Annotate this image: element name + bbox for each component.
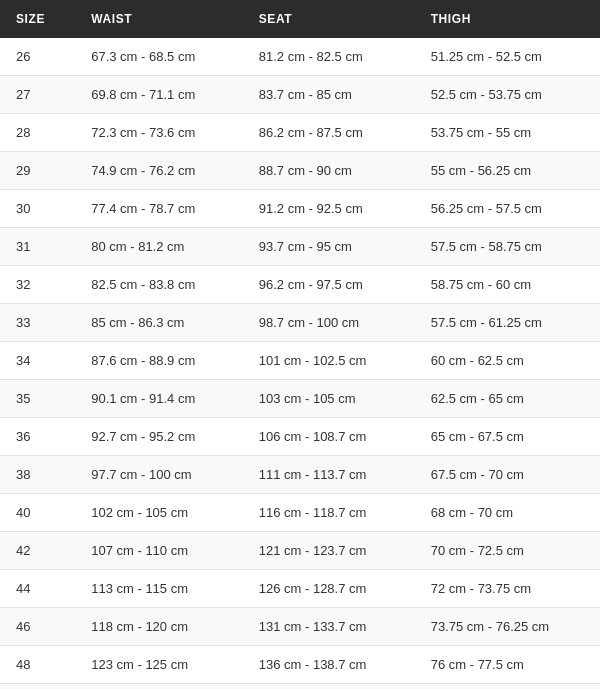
cell-waist: 102 cm - 105 cm: [75, 494, 243, 532]
cell-size: 35: [0, 380, 75, 418]
cell-size: 50: [0, 684, 75, 690]
cell-seat: 81.2 cm - 82.5 cm: [243, 38, 415, 76]
cell-seat: 96.2 cm - 97.5 cm: [243, 266, 415, 304]
table-row: 3385 cm - 86.3 cm98.7 cm - 100 cm57.5 cm…: [0, 304, 600, 342]
table-row: 44113 cm - 115 cm126 cm - 128.7 cm72 cm …: [0, 570, 600, 608]
cell-seat: 136 cm - 138.7 cm: [243, 646, 415, 684]
cell-size: 36: [0, 418, 75, 456]
cell-thigh: 52.5 cm - 53.75 cm: [415, 76, 600, 114]
cell-size: 26: [0, 38, 75, 76]
header-thigh: THIGH: [415, 0, 600, 38]
table-row: 2769.8 cm - 71.1 cm83.7 cm - 85 cm52.5 c…: [0, 76, 600, 114]
cell-seat: 141 cm - 143.7 cm: [243, 684, 415, 690]
cell-seat: 83.7 cm - 85 cm: [243, 76, 415, 114]
cell-thigh: 72 cm - 73.75 cm: [415, 570, 600, 608]
cell-thigh: 53.75 cm - 55 cm: [415, 114, 600, 152]
cell-waist: 107 cm - 110 cm: [75, 532, 243, 570]
cell-thigh: 73.75 cm - 76.25 cm: [415, 608, 600, 646]
cell-thigh: 67.5 cm - 70 cm: [415, 456, 600, 494]
table-row: 3077.4 cm - 78.7 cm91.2 cm - 92.5 cm56.2…: [0, 190, 600, 228]
cell-size: 33: [0, 304, 75, 342]
cell-thigh: 65 cm - 67.5 cm: [415, 418, 600, 456]
cell-waist: 118 cm - 120 cm: [75, 608, 243, 646]
cell-thigh: 70 cm - 72.5 cm: [415, 532, 600, 570]
cell-thigh: 55 cm - 56.25 cm: [415, 152, 600, 190]
cell-waist: 77.4 cm - 78.7 cm: [75, 190, 243, 228]
table-row: 3590.1 cm - 91.4 cm103 cm - 105 cm62.5 c…: [0, 380, 600, 418]
cell-waist: 67.3 cm - 68.5 cm: [75, 38, 243, 76]
cell-size: 48: [0, 646, 75, 684]
cell-waist: 85 cm - 86.3 cm: [75, 304, 243, 342]
header-waist: WAIST: [75, 0, 243, 38]
cell-seat: 98.7 cm - 100 cm: [243, 304, 415, 342]
header-seat: SEAT: [243, 0, 415, 38]
cell-waist: 87.6 cm - 88.9 cm: [75, 342, 243, 380]
table-row: 3487.6 cm - 88.9 cm101 cm - 102.5 cm60 c…: [0, 342, 600, 380]
cell-waist: 80 cm - 81.2 cm: [75, 228, 243, 266]
table-row: 2974.9 cm - 76.2 cm88.7 cm - 90 cm55 cm …: [0, 152, 600, 190]
cell-size: 38: [0, 456, 75, 494]
cell-thigh: 57.5 cm - 61.25 cm: [415, 304, 600, 342]
cell-waist: 97.7 cm - 100 cm: [75, 456, 243, 494]
cell-thigh: 57.5 cm - 58.75 cm: [415, 228, 600, 266]
cell-size: 44: [0, 570, 75, 608]
cell-seat: 86.2 cm - 87.5 cm: [243, 114, 415, 152]
cell-waist: 74.9 cm - 76.2 cm: [75, 152, 243, 190]
cell-thigh: 56.25 cm - 57.5 cm: [415, 190, 600, 228]
table-row: 42107 cm - 110 cm121 cm - 123.7 cm70 cm …: [0, 532, 600, 570]
table-row: 2667.3 cm - 68.5 cm81.2 cm - 82.5 cm51.2…: [0, 38, 600, 76]
table-row: 50128 cm - 130 cm141 cm - 143.7 cm77.5 c…: [0, 684, 600, 690]
cell-size: 40: [0, 494, 75, 532]
table-body: 2667.3 cm - 68.5 cm81.2 cm - 82.5 cm51.2…: [0, 38, 600, 689]
cell-seat: 91.2 cm - 92.5 cm: [243, 190, 415, 228]
cell-waist: 69.8 cm - 71.1 cm: [75, 76, 243, 114]
cell-seat: 126 cm - 128.7 cm: [243, 570, 415, 608]
cell-seat: 116 cm - 118.7 cm: [243, 494, 415, 532]
cell-thigh: 60 cm - 62.5 cm: [415, 342, 600, 380]
cell-seat: 103 cm - 105 cm: [243, 380, 415, 418]
cell-waist: 113 cm - 115 cm: [75, 570, 243, 608]
cell-thigh: 76 cm - 77.5 cm: [415, 646, 600, 684]
cell-size: 31: [0, 228, 75, 266]
table-row: 46118 cm - 120 cm131 cm - 133.7 cm73.75 …: [0, 608, 600, 646]
header-size: SIZE: [0, 0, 75, 38]
cell-thigh: 62.5 cm - 65 cm: [415, 380, 600, 418]
cell-waist: 82.5 cm - 83.8 cm: [75, 266, 243, 304]
cell-thigh: 58.75 cm - 60 cm: [415, 266, 600, 304]
size-chart-table: SIZE WAIST SEAT THIGH 2667.3 cm - 68.5 c…: [0, 0, 600, 689]
cell-size: 32: [0, 266, 75, 304]
cell-waist: 72.3 cm - 73.6 cm: [75, 114, 243, 152]
cell-size: 28: [0, 114, 75, 152]
cell-waist: 128 cm - 130 cm: [75, 684, 243, 690]
cell-seat: 131 cm - 133.7 cm: [243, 608, 415, 646]
cell-size: 30: [0, 190, 75, 228]
cell-seat: 93.7 cm - 95 cm: [243, 228, 415, 266]
cell-size: 27: [0, 76, 75, 114]
table-row: 3692.7 cm - 95.2 cm106 cm - 108.7 cm65 c…: [0, 418, 600, 456]
table-header-row: SIZE WAIST SEAT THIGH: [0, 0, 600, 38]
table-row: 3180 cm - 81.2 cm93.7 cm - 95 cm57.5 cm …: [0, 228, 600, 266]
table-row: 40102 cm - 105 cm116 cm - 118.7 cm68 cm …: [0, 494, 600, 532]
table-row: 3897.7 cm - 100 cm111 cm - 113.7 cm67.5 …: [0, 456, 600, 494]
table-row: 48123 cm - 125 cm136 cm - 138.7 cm76 cm …: [0, 646, 600, 684]
cell-seat: 106 cm - 108.7 cm: [243, 418, 415, 456]
cell-waist: 90.1 cm - 91.4 cm: [75, 380, 243, 418]
cell-waist: 92.7 cm - 95.2 cm: [75, 418, 243, 456]
cell-size: 34: [0, 342, 75, 380]
table-row: 2872.3 cm - 73.6 cm86.2 cm - 87.5 cm53.7…: [0, 114, 600, 152]
cell-seat: 121 cm - 123.7 cm: [243, 532, 415, 570]
cell-size: 42: [0, 532, 75, 570]
cell-size: 29: [0, 152, 75, 190]
cell-thigh: 77.5 cm - 80 cm: [415, 684, 600, 690]
table-row: 3282.5 cm - 83.8 cm96.2 cm - 97.5 cm58.7…: [0, 266, 600, 304]
cell-waist: 123 cm - 125 cm: [75, 646, 243, 684]
cell-seat: 111 cm - 113.7 cm: [243, 456, 415, 494]
cell-size: 46: [0, 608, 75, 646]
cell-thigh: 51.25 cm - 52.5 cm: [415, 38, 600, 76]
cell-thigh: 68 cm - 70 cm: [415, 494, 600, 532]
cell-seat: 101 cm - 102.5 cm: [243, 342, 415, 380]
cell-seat: 88.7 cm - 90 cm: [243, 152, 415, 190]
